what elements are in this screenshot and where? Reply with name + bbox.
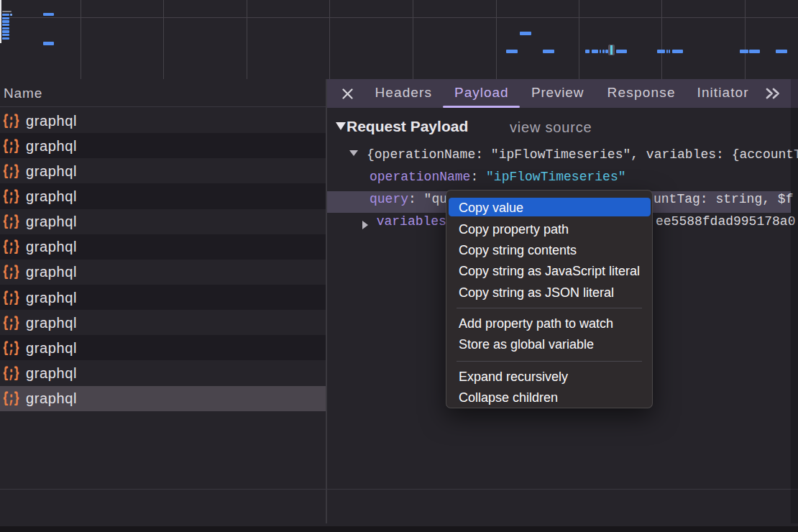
svg-text:{;}: {;} (3, 316, 19, 330)
svg-text:{;}: {;} (3, 189, 19, 203)
svg-text:{;}: {;} (3, 341, 19, 355)
svg-text:{;}: {;} (3, 214, 19, 229)
svg-text:{;}: {;} (3, 366, 19, 380)
svg-text:{;}: {;} (3, 391, 19, 405)
svg-text:{;}: {;} (3, 164, 19, 178)
svg-text:{;}: {;} (3, 139, 19, 153)
svg-text:{;}: {;} (3, 239, 19, 254)
svg-text:{;}: {;} (3, 265, 19, 279)
svg-text:{;}: {;} (3, 114, 19, 128)
svg-text:{;}: {;} (3, 290, 19, 305)
